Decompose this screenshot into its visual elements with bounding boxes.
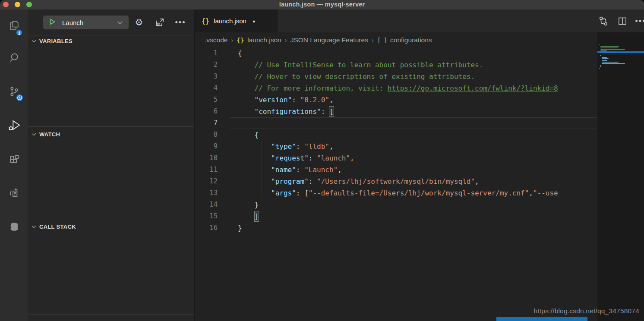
minimap[interactable]	[599, 44, 643, 75]
debug-configuration-label: Launch	[62, 19, 83, 26]
line-number[interactable]: 16	[195, 222, 229, 234]
array-symbol-icon: [ ]	[377, 37, 387, 44]
code-line-text: {	[238, 47, 242, 59]
line-number[interactable]: 15	[195, 211, 229, 222]
search-icon	[8, 52, 20, 66]
section-header-watch[interactable]: WATCH	[32, 129, 60, 139]
breadcrumb-item-vscode[interactable]: .vscode	[205, 36, 227, 44]
open-changes-icon[interactable]	[597, 15, 610, 28]
line-number[interactable]: 13	[195, 187, 229, 199]
editor-group: {} launch.json ● ••	[194, 9, 644, 321]
code-line-text: "version": "0.2.0",	[238, 94, 334, 106]
code-editor[interactable]: 1{2 // Use IntelliSense to learn about p…	[195, 47, 597, 321]
code-line-text: "args": ["--defaults-file=/Users/lhj/wor…	[238, 187, 558, 199]
document-sync-icon	[8, 187, 20, 201]
sidebar-item-database[interactable]	[0, 216, 28, 240]
code-line[interactable]: 13 "args": ["--defaults-file=/Users/lhj/…	[195, 187, 597, 199]
sidebar-item-search[interactable]	[0, 47, 28, 71]
code-line[interactable]: 2 // Use IntelliSense to learn about pos…	[195, 59, 597, 71]
code-line[interactable]: 16}	[195, 222, 597, 234]
watermark-text: https://blog.csdn.net/qq_34758074	[534, 307, 639, 315]
minimap-line	[599, 44, 600, 45]
breadcrumb-separator: ›	[231, 36, 233, 44]
breadcrumb-item-launch-json[interactable]: launch.json	[247, 36, 281, 44]
minimap-line	[600, 49, 625, 50]
more-actions-icon[interactable]: •••	[634, 15, 644, 28]
code-line-text: // Hover to view descriptions of existin…	[238, 71, 475, 82]
line-number[interactable]: 8	[195, 129, 229, 141]
vscode-window: launch.json — mysql-server 1	[0, 0, 644, 321]
code-line[interactable]: 1{	[195, 47, 597, 59]
line-number[interactable]: 7	[195, 117, 229, 129]
start-debug-play-icon[interactable]	[49, 18, 56, 27]
code-line-text: "program": "/Users/lhj/softwork/mysql/bi…	[238, 176, 479, 187]
activity-bar: 1	[0, 9, 28, 321]
code-line[interactable]: 7	[195, 117, 597, 129]
sidebar-item-document-sync[interactable]	[0, 182, 28, 206]
debug-console-icon[interactable]	[153, 16, 167, 29]
line-number[interactable]: 9	[195, 141, 229, 152]
line-number[interactable]: 4	[195, 82, 229, 94]
line-number[interactable]: 11	[195, 164, 229, 176]
sidebar-item-extensions[interactable]	[0, 148, 28, 173]
chevron-down-icon	[32, 224, 36, 228]
more-actions-icon[interactable]: •••	[174, 16, 187, 29]
gear-icon[interactable]: ⚙	[132, 16, 146, 29]
sidebar-item-source-control[interactable]	[0, 80, 28, 104]
split-editor-icon[interactable]	[616, 15, 629, 28]
sidebar-item-run-debug[interactable]	[0, 114, 28, 138]
breadcrumb-item-json-language-features[interactable]: JSON Language Features	[290, 36, 368, 44]
line-number[interactable]: 6	[195, 106, 229, 117]
code-line[interactable]: 12 "program": "/Users/lhj/softwork/mysql…	[195, 176, 597, 187]
modified-dot-icon[interactable]: ●	[253, 19, 256, 24]
line-number[interactable]: 10	[195, 152, 229, 164]
code-line[interactable]: 5 "version": "0.2.0",	[195, 94, 597, 106]
section-label: WATCH	[39, 131, 60, 138]
line-number[interactable]: 1	[195, 47, 229, 59]
line-number[interactable]: 2	[195, 59, 229, 71]
code-line-text: }	[238, 199, 259, 211]
chevron-down-icon	[32, 38, 36, 43]
tab-launch-json[interactable]: {} launch.json ●	[195, 9, 278, 32]
section-header-variables[interactable]: VARIABLES	[32, 36, 73, 46]
chevron-down-icon	[117, 19, 122, 24]
minimap-line	[599, 68, 600, 69]
minimap-line	[602, 60, 607, 61]
minimap-line	[602, 63, 625, 64]
breadcrumb-separator: ›	[285, 36, 287, 44]
code-line-text: }	[238, 222, 242, 234]
code-line-text: ]	[238, 211, 259, 222]
section-separator	[28, 126, 194, 127]
json-braces-icon: {}	[202, 17, 209, 25]
debug-configuration-dropdown[interactable]: Launch	[43, 16, 129, 29]
minimap-line	[600, 66, 601, 67]
line-number[interactable]: 3	[195, 71, 229, 82]
minimap-line	[600, 47, 618, 48]
section-header-call-stack[interactable]: CALL STACK	[32, 221, 76, 232]
line-number[interactable]: 14	[195, 199, 229, 211]
section-separator	[28, 315, 194, 315]
line-number[interactable]: 5	[195, 94, 229, 106]
code-line[interactable]: 8 {	[195, 129, 597, 141]
breadcrumb-item-configurations[interactable]: configurations	[390, 36, 432, 44]
code-line-text: "configurations": [	[238, 106, 334, 117]
code-line[interactable]: 10 "request": "launch",	[195, 152, 597, 164]
code-line[interactable]: 6 "configurations": [	[195, 106, 597, 117]
minimap-current-line-highlight	[597, 51, 644, 53]
tab-label: launch.json	[214, 17, 246, 25]
code-line[interactable]: 4 // For more information, visit: https:…	[195, 82, 597, 94]
code-lines: 1{2 // Use IntelliSense to learn about p…	[195, 47, 597, 234]
section-label: CALL STACK	[39, 223, 76, 230]
horizontal-scrollbar[interactable]	[496, 317, 587, 321]
code-line[interactable]: 3 // Hover to view descriptions of exist…	[195, 71, 597, 82]
code-line[interactable]: 9 "type": "lldb",	[195, 141, 597, 152]
explorer-badge: 1	[16, 29, 23, 36]
section-label: VARIABLES	[39, 38, 73, 44]
debug-sidebar: Launch ⚙ ••• VARIABLES WATCH	[28, 9, 194, 321]
section-separator	[28, 219, 194, 219]
line-number[interactable]: 12	[195, 176, 229, 187]
code-line[interactable]: 15 ]	[195, 211, 597, 222]
code-line[interactable]: 11 "name": "Launch",	[195, 164, 597, 176]
sidebar-item-explorer[interactable]: 1	[0, 14, 28, 38]
code-line[interactable]: 14 }	[195, 199, 597, 211]
